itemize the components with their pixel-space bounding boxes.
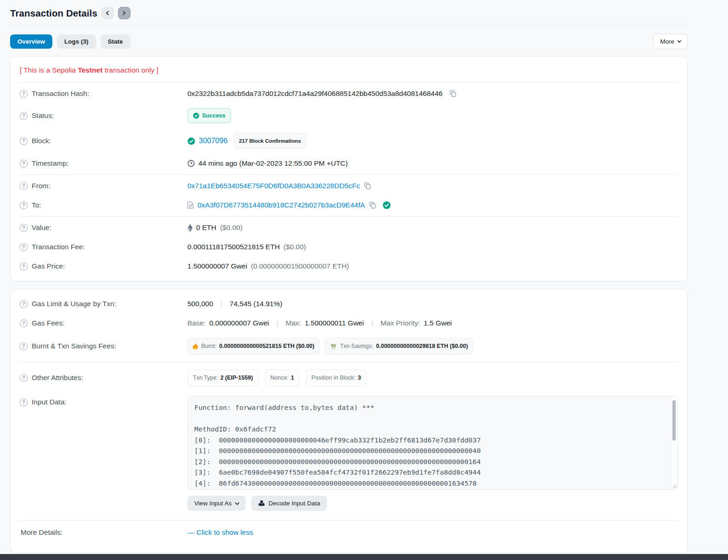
to-row: ? To: 0xA3f07D6773514480b918C2742b027b3a… <box>20 196 678 216</box>
gas-price-eth: (0.000000001500000007 ETH) <box>251 262 349 271</box>
from-row: ? From: 0x71a1Eb6534054E75F0D6fD0A3B0A33… <box>20 175 678 196</box>
status-badge: Success <box>187 108 231 123</box>
notice-prefix: [ This is a Sepolia <box>20 66 78 74</box>
page-header: Transaction Details <box>10 0 688 25</box>
from-address-link[interactable]: 0x71a1Eb6534054E75F0D6fD0A3B0A336228DD5c… <box>187 181 360 190</box>
more-button[interactable]: More <box>653 34 688 49</box>
transaction-hash-value: 0x2322b311adcb5da737d012cdcf71a4a29f4068… <box>187 89 443 98</box>
details-card: ? Gas Limit & Usage by Txn: 500,000 | 74… <box>10 289 688 553</box>
click-to-show-less-link[interactable]: — Click to show less <box>187 528 253 537</box>
view-input-as-button[interactable]: View Input As <box>187 496 246 511</box>
header-divider <box>10 25 688 26</box>
money-wings-icon <box>330 343 337 349</box>
to-address-link[interactable]: 0xA3f07D6773514480b918C2742b027b3acD9E44… <box>198 201 365 210</box>
input-scrollbar[interactable] <box>671 397 677 489</box>
testnet-notice: [ This is a Sepolia Testnet transaction … <box>20 59 678 82</box>
more-details-row: More Details: — Click to show less <box>20 521 678 550</box>
block-number-link[interactable]: 3007096 <box>199 136 227 146</box>
help-icon[interactable]: ? <box>20 319 28 327</box>
decode-icon <box>258 500 265 507</box>
contract-file-icon <box>187 202 194 209</box>
transaction-hash-row: ? Transaction Hash: 0x2322b311adcb5da737… <box>20 83 678 103</box>
base-fee-label: Base: <box>187 319 206 328</box>
help-icon[interactable]: ? <box>20 182 28 190</box>
from-label: From: <box>32 181 50 190</box>
status-row: ? Status: Success <box>20 103 678 128</box>
transaction-fee-usd: ($0.00) <box>283 242 306 252</box>
value-amount: 0 ETH <box>196 223 216 232</box>
chevron-down-icon <box>677 39 681 43</box>
gas-fees-row: ? Gas Fees: Base: 0.000000007 Gwei | Max… <box>20 314 678 333</box>
transaction-fee-value: 0.000111817500521815 ETH <box>187 242 280 252</box>
tab-overview[interactable]: Overview <box>10 34 52 49</box>
gas-fees-label: Gas Fees: <box>32 319 65 328</box>
copy-icon <box>449 90 457 97</box>
gas-limit-value: 500,000 <box>187 299 213 308</box>
gas-price-label: Gas Price: <box>32 262 65 271</box>
txn-savings-badge: Txn Savings: 0.00000000000029818 ETH ($0… <box>325 338 473 354</box>
timestamp-value: 44 mins ago (Mar-02-2023 12:55:00 PM +UT… <box>198 159 348 168</box>
txn-type-label: Txn Type: <box>193 373 218 382</box>
decode-input-data-label: Decode Input Data <box>269 500 321 507</box>
tabs-row: Overview Logs (3) State More <box>10 34 688 49</box>
burnt-badge: Burnt: 0.000000000000521815 ETH ($0.00) <box>187 338 319 354</box>
gas-usage-value: 74,545 (14.91%) <box>230 299 282 308</box>
help-icon[interactable]: ? <box>20 202 28 209</box>
help-icon[interactable]: ? <box>20 374 28 382</box>
help-icon[interactable]: ? <box>20 243 28 251</box>
chevron-left-icon <box>106 11 111 16</box>
txn-savings-value: 0.00000000000029818 ETH ($0.00) <box>376 342 468 351</box>
scrollbar-thumb[interactable] <box>672 400 676 441</box>
notice-bold: Testnet <box>78 66 102 74</box>
more-details-label: More Details: <box>21 528 62 537</box>
check-circle-icon <box>193 112 199 119</box>
input-data-label: Input Data: <box>32 398 67 407</box>
help-icon[interactable]: ? <box>20 112 28 120</box>
input-data-textarea[interactable]: Function: forward(address to,bytes data)… <box>187 396 678 490</box>
status-label: Status: <box>32 111 54 120</box>
nonce-value: 1 <box>291 373 294 382</box>
next-transaction-button[interactable] <box>118 7 130 19</box>
help-icon[interactable]: ? <box>20 300 28 308</box>
txn-savings-label: Txn Savings: <box>340 342 373 351</box>
help-icon[interactable]: ? <box>20 90 28 98</box>
block-row: ? Block: 3007096 217 Block Confirmations <box>20 128 678 154</box>
burnt-label: Burnt: <box>201 342 216 351</box>
position-value: 3 <box>358 373 361 382</box>
tab-state[interactable]: State <box>101 34 130 49</box>
resize-handle-icon[interactable] <box>672 484 677 488</box>
previous-transaction-button[interactable] <box>102 7 114 19</box>
to-label: To: <box>32 201 41 210</box>
decode-input-data-button[interactable]: Decode Input Data <box>251 496 327 511</box>
transaction-hash-label: Transaction Hash: <box>32 89 89 98</box>
more-button-label: More <box>660 38 674 45</box>
copy-from-button[interactable] <box>364 182 371 190</box>
separator: | <box>371 319 373 328</box>
separator: | <box>220 299 222 308</box>
position-in-block-badge: Position In Block: 3 <box>306 370 367 386</box>
tab-logs[interactable]: Logs (3) <box>57 34 96 49</box>
help-icon[interactable]: ? <box>20 398 28 406</box>
nonce-badge: Nonce: 1 <box>265 370 300 386</box>
gas-limit-row: ? Gas Limit & Usage by Txn: 500,000 | 74… <box>20 292 678 314</box>
help-icon[interactable]: ? <box>20 224 28 232</box>
help-icon[interactable]: ? <box>20 342 28 350</box>
timestamp-row: ? Timestamp: 44 mins ago (Mar-02-2023 12… <box>20 154 678 174</box>
max-fee-label: Max: <box>286 319 301 328</box>
max-priority-value: 1.5 Gwei <box>424 319 452 328</box>
gas-limit-label: Gas Limit & Usage by Txn: <box>32 299 116 308</box>
page-title: Transaction Details <box>10 8 97 19</box>
copy-to-button[interactable] <box>369 202 376 209</box>
block-confirmations-badge: 217 Block Confirmations <box>234 133 306 149</box>
help-icon[interactable]: ? <box>20 137 28 145</box>
check-circle-icon <box>187 137 195 145</box>
help-icon[interactable]: ? <box>20 263 28 270</box>
other-attributes-label: Other Attributes: <box>32 373 83 382</box>
copy-hash-button[interactable] <box>449 90 457 97</box>
gas-price-value: 1.500000007 Gwei <box>187 262 247 271</box>
txn-type-badge: Txn Type: 2 (EIP-1559) <box>187 370 259 386</box>
help-icon[interactable]: ? <box>20 160 28 168</box>
overview-card: [ This is a Sepolia Testnet transaction … <box>10 56 688 281</box>
value-usd: ($0.00) <box>220 223 243 232</box>
input-data-content: Function: forward(address to,bytes data)… <box>188 397 677 490</box>
